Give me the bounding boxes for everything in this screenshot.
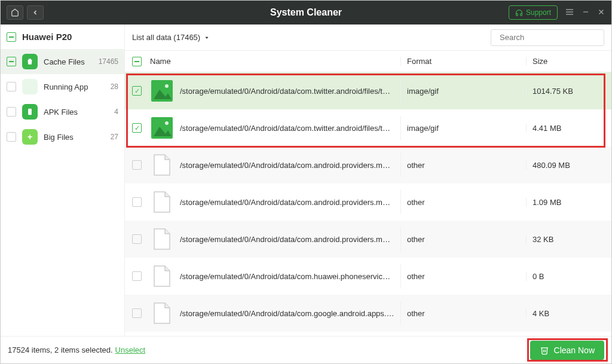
app-title: System Cleaner [270,7,342,18]
menu-icon[interactable] [565,7,574,19]
file-path: /storage/emulated/0/Android/data/com.and… [180,161,394,170]
select-all-checkbox[interactable] [132,57,142,66]
file-format: image/gif [401,124,527,133]
footer: 17524 items, 2 items selected. Unselect … [1,336,611,363]
category-count: 28 [111,82,118,91]
file-path: /storage/emulated/0/Android/data/com.and… [180,235,394,244]
image-icon [150,79,174,103]
table-row[interactable]: /storage/emulated/0/Android/data/com.and… [125,221,611,258]
category-label: Big Files [44,133,105,142]
apps-icon [22,79,38,94]
document-icon [150,227,174,251]
header-size[interactable]: Size [527,57,604,66]
table-row[interactable]: /storage/emulated/0/Android/data/com.goo… [125,295,611,332]
search-box[interactable] [491,29,604,46]
table-row[interactable]: /storage/emulated/0/Android/data/com.and… [125,183,611,221]
content-area: List all data (17465) Name Format Size ✓ [125,25,611,336]
file-size: 32 KB [527,235,604,244]
device-checkbox[interactable] [7,32,16,42]
apk-icon [22,104,38,120]
file-path: /storage/emulated/0/Android/data/com.and… [180,198,394,207]
row-checkbox[interactable]: ✓ [132,86,142,96]
category-label: Running App [44,82,105,91]
sidebar-item-running-app[interactable]: Running App 28 [1,74,124,99]
file-format: other [401,235,527,244]
trash-icon [540,345,549,355]
chevron-down-icon [204,35,210,41]
filter-dropdown[interactable]: List all data (17465) [132,33,210,42]
file-format: other [401,309,527,318]
file-path: /storage/emulated/0/Android/data/com.hua… [180,272,394,281]
category-label: Cache Files [44,57,93,66]
sidebar-item-cache-files[interactable]: Cache Files 17465 [1,49,124,74]
minimize-icon[interactable] [582,8,590,18]
toolbar: List all data (17465) [125,25,611,51]
device-row: Huawei P20 [1,25,124,49]
row-checkbox[interactable] [132,234,142,244]
category-count: 17465 [99,57,118,66]
file-format: other [401,161,527,170]
status-text: 17524 items, 2 items selected. [8,345,113,354]
file-format: other [401,198,527,207]
file-format: image/gif [401,87,527,96]
category-label: APK Files [44,108,108,117]
file-size: 4.41 MB [527,124,604,133]
file-size: 4 KB [527,309,604,318]
file-path: /storage/emulated/0/Android/data/com.twi… [180,124,394,133]
close-icon[interactable] [597,8,605,18]
category-checkbox[interactable] [7,57,16,66]
category-count: 27 [111,133,118,141]
row-checkbox[interactable] [132,308,142,318]
sidebar-item-apk-files[interactable]: APK Files 4 [1,99,124,124]
category-checkbox[interactable] [7,82,16,91]
table-body: ✓ /storage/emulated/0/Android/data/com.t… [125,72,611,336]
category-count: 4 [114,108,118,116]
trash-icon [22,54,38,69]
sidebar-item-big-files[interactable]: + Big Files 27 [1,124,124,149]
row-checkbox[interactable]: ✓ [132,123,142,133]
row-checkbox[interactable] [132,160,142,170]
file-size: 1.09 MB [527,198,604,207]
header-format[interactable]: Format [401,57,527,66]
image-icon [150,116,174,140]
file-path: /storage/emulated/0/Android/data/com.goo… [180,309,394,318]
search-input[interactable] [500,33,600,42]
row-checkbox[interactable] [132,197,142,207]
file-path: /storage/emulated/0/Android/data/com.twi… [180,87,394,96]
row-checkbox[interactable] [132,271,142,281]
document-icon [150,264,174,288]
svg-rect-6 [28,109,32,115]
unselect-link[interactable]: Unselect [115,345,146,354]
table-row[interactable]: ✓ /storage/emulated/0/Android/data/com.t… [125,109,611,146]
file-format: other [401,272,527,281]
document-icon [150,153,174,177]
device-name: Huawei P20 [22,32,72,42]
svg-point-14 [165,121,169,125]
table-row[interactable]: /storage/emulated/0/Android/data/com.and… [125,146,611,183]
home-button[interactable] [7,5,23,20]
header-name[interactable]: Name [150,57,401,66]
table-row[interactable]: /storage/emulated/0/Android/data/com.hua… [125,258,611,295]
sidebar: Huawei P20 Cache Files 17465 Running App… [1,25,125,336]
svg-marker-7 [206,36,209,38]
table-header: Name Format Size [125,51,611,72]
category-checkbox[interactable] [7,107,16,117]
back-button[interactable] [27,5,44,20]
support-button[interactable]: Support [509,5,558,20]
document-icon [150,301,174,325]
big-files-icon: + [22,129,38,145]
svg-point-11 [165,84,169,88]
table-row[interactable]: ✓ /storage/emulated/0/Android/data/com.t… [125,72,611,109]
titlebar: System Cleaner Support [1,1,611,25]
file-size: 480.09 MB [527,161,604,170]
clean-now-button[interactable]: Clean Now [530,341,604,360]
file-size: 1014.75 KB [527,87,604,96]
category-checkbox[interactable] [7,132,16,142]
file-size: 0 B [527,272,604,281]
document-icon [150,190,174,214]
